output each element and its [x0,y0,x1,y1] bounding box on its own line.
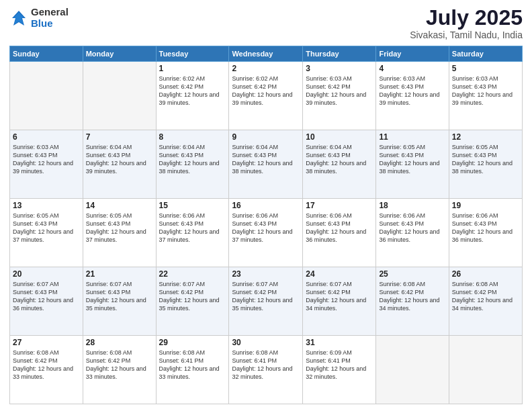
day-info: Sunrise: 6:04 AMSunset: 6:43 PMDaylight:… [86,143,153,176]
calendar-cell: 14Sunrise: 6:05 AMSunset: 6:43 PMDayligh… [83,199,156,267]
calendar-week-row: 27Sunrise: 6:08 AMSunset: 6:42 PMDayligh… [10,336,523,404]
day-info: Sunrise: 6:02 AMSunset: 6:42 PMDaylight:… [232,75,300,107]
calendar-cell: 8Sunrise: 6:04 AMSunset: 6:43 PMDaylight… [156,130,229,199]
day-number: 27 [13,338,80,347]
day-number: 16 [232,201,300,210]
day-number: 6 [13,132,80,142]
calendar-week-row: 6Sunrise: 6:03 AMSunset: 6:43 PMDaylight… [10,130,523,199]
day-info: Sunrise: 6:08 AMSunset: 6:42 PMDaylight:… [86,349,153,381]
weekday-header: Friday [376,46,449,62]
day-number: 3 [306,64,373,73]
day-number: 4 [379,64,445,73]
day-number: 23 [232,269,300,279]
day-number: 13 [13,201,80,210]
calendar-cell: 22Sunrise: 6:07 AMSunset: 6:42 PMDayligh… [156,267,229,336]
day-number: 30 [232,338,300,347]
day-info: Sunrise: 6:05 AMSunset: 6:43 PMDaylight:… [13,212,80,244]
weekday-header: Thursday [303,46,376,62]
calendar-cell [10,62,83,130]
calendar-cell: 13Sunrise: 6:05 AMSunset: 6:43 PMDayligh… [10,199,83,267]
day-info: Sunrise: 6:08 AMSunset: 6:41 PMDaylight:… [232,349,300,381]
day-info: Sunrise: 6:07 AMSunset: 6:43 PMDaylight:… [86,280,153,313]
day-info: Sunrise: 6:07 AMSunset: 6:42 PMDaylight:… [159,280,226,313]
calendar-cell: 25Sunrise: 6:08 AMSunset: 6:42 PMDayligh… [376,267,449,336]
calendar-week-row: 1Sunrise: 6:02 AMSunset: 6:42 PMDaylight… [10,62,523,130]
calendar-cell: 4Sunrise: 6:03 AMSunset: 6:43 PMDaylight… [376,62,449,130]
day-info: Sunrise: 6:05 AMSunset: 6:43 PMDaylight:… [452,143,519,176]
calendar-cell: 12Sunrise: 6:05 AMSunset: 6:43 PMDayligh… [449,130,522,199]
day-number: 29 [159,338,226,347]
calendar-cell: 27Sunrise: 6:08 AMSunset: 6:42 PMDayligh… [10,336,83,404]
calendar-cell: 17Sunrise: 6:06 AMSunset: 6:43 PMDayligh… [303,199,376,267]
calendar-cell [376,336,449,404]
logo-text: General Blue [31,7,69,29]
day-info: Sunrise: 6:05 AMSunset: 6:43 PMDaylight:… [379,143,445,176]
calendar-cell: 20Sunrise: 6:07 AMSunset: 6:43 PMDayligh… [10,267,83,336]
calendar-cell: 24Sunrise: 6:07 AMSunset: 6:42 PMDayligh… [303,267,376,336]
calendar-cell: 5Sunrise: 6:03 AMSunset: 6:43 PMDaylight… [449,62,522,130]
day-info: Sunrise: 6:07 AMSunset: 6:42 PMDaylight:… [306,280,373,313]
day-info: Sunrise: 6:06 AMSunset: 6:43 PMDaylight:… [232,212,300,244]
month-title: July 2025 [410,7,523,28]
day-info: Sunrise: 6:08 AMSunset: 6:42 PMDaylight:… [452,280,519,313]
day-info: Sunrise: 6:08 AMSunset: 6:41 PMDaylight:… [159,349,226,381]
day-number: 24 [306,269,373,279]
day-number: 8 [159,132,226,142]
calendar-cell: 11Sunrise: 6:05 AMSunset: 6:43 PMDayligh… [376,130,449,199]
location: Sivakasi, Tamil Nadu, India [410,30,523,40]
day-number: 11 [379,132,445,142]
day-info: Sunrise: 6:03 AMSunset: 6:43 PMDaylight:… [13,143,80,176]
day-number: 5 [452,64,519,73]
day-info: Sunrise: 6:08 AMSunset: 6:42 PMDaylight:… [379,280,445,313]
calendar-cell: 26Sunrise: 6:08 AMSunset: 6:42 PMDayligh… [449,267,522,336]
day-number: 22 [159,269,226,279]
calendar-cell: 31Sunrise: 6:09 AMSunset: 6:41 PMDayligh… [303,336,376,404]
day-number: 7 [86,132,153,142]
weekday-header: Saturday [449,46,522,62]
day-info: Sunrise: 6:02 AMSunset: 6:42 PMDaylight:… [159,75,226,107]
day-info: Sunrise: 6:03 AMSunset: 6:43 PMDaylight:… [452,75,519,107]
weekday-header: Sunday [10,46,83,62]
day-info: Sunrise: 6:04 AMSunset: 6:43 PMDaylight:… [232,143,300,176]
calendar-cell: 7Sunrise: 6:04 AMSunset: 6:43 PMDaylight… [83,130,156,199]
day-number: 19 [452,201,519,210]
day-info: Sunrise: 6:03 AMSunset: 6:43 PMDaylight:… [379,75,445,107]
day-info: Sunrise: 6:06 AMSunset: 6:43 PMDaylight:… [452,212,519,244]
header: General Blue July 2025 Sivakasi, Tamil N… [9,7,523,40]
calendar-cell: 23Sunrise: 6:07 AMSunset: 6:42 PMDayligh… [229,267,303,336]
calendar-cell: 10Sunrise: 6:04 AMSunset: 6:43 PMDayligh… [303,130,376,199]
logo-general: General [31,7,69,18]
calendar-cell: 9Sunrise: 6:04 AMSunset: 6:43 PMDaylight… [229,130,303,199]
calendar-cell: 3Sunrise: 6:03 AMSunset: 6:42 PMDaylight… [303,62,376,130]
calendar-week-row: 13Sunrise: 6:05 AMSunset: 6:43 PMDayligh… [10,199,523,267]
weekday-header-row: SundayMondayTuesdayWednesdayThursdayFrid… [10,46,523,62]
day-number: 31 [306,338,373,347]
day-number: 25 [379,269,445,279]
calendar-week-row: 20Sunrise: 6:07 AMSunset: 6:43 PMDayligh… [10,267,523,336]
day-number: 21 [86,269,153,279]
logo-icon [9,9,28,28]
day-number: 28 [86,338,153,347]
logo: General Blue [9,7,69,29]
calendar-cell: 28Sunrise: 6:08 AMSunset: 6:42 PMDayligh… [83,336,156,404]
day-info: Sunrise: 6:08 AMSunset: 6:42 PMDaylight:… [13,349,80,381]
day-info: Sunrise: 6:03 AMSunset: 6:42 PMDaylight:… [306,75,373,107]
day-info: Sunrise: 6:04 AMSunset: 6:43 PMDaylight:… [306,143,373,176]
weekday-header: Monday [83,46,156,62]
day-number: 17 [306,201,373,210]
day-info: Sunrise: 6:06 AMSunset: 6:43 PMDaylight:… [159,212,226,244]
day-number: 10 [306,132,373,142]
calendar-cell: 29Sunrise: 6:08 AMSunset: 6:41 PMDayligh… [156,336,229,404]
svg-marker-1 [13,12,24,24]
weekday-header: Wednesday [229,46,303,62]
calendar-cell [449,336,522,404]
logo-blue: Blue [31,18,69,30]
day-info: Sunrise: 6:05 AMSunset: 6:43 PMDaylight:… [86,212,153,244]
weekday-header: Tuesday [156,46,229,62]
calendar-cell [83,62,156,130]
calendar-cell: 15Sunrise: 6:06 AMSunset: 6:43 PMDayligh… [156,199,229,267]
day-number: 20 [13,269,80,279]
day-number: 9 [232,132,300,142]
day-info: Sunrise: 6:06 AMSunset: 6:43 PMDaylight:… [379,212,445,244]
calendar-cell: 30Sunrise: 6:08 AMSunset: 6:41 PMDayligh… [229,336,303,404]
